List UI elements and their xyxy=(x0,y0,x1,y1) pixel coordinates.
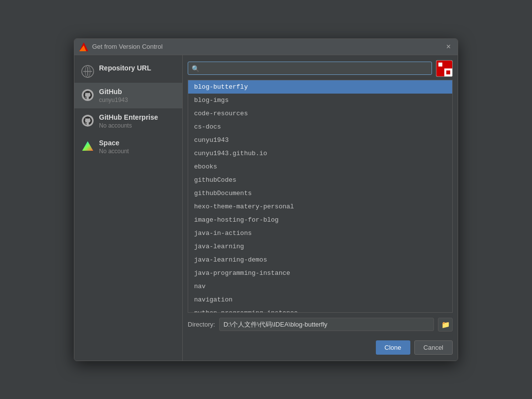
repository-url-icon xyxy=(81,65,94,78)
sidebar-repo-url-text: Repository URL xyxy=(99,64,151,72)
sidebar-github-text: GitHub cunyu1943 xyxy=(99,88,128,103)
search-input[interactable] xyxy=(188,62,432,75)
dialog-title: Get from Version Control xyxy=(92,43,163,50)
dialog-icon xyxy=(79,42,88,51)
svg-rect-14 xyxy=(436,68,444,76)
sidebar: Repository URL GitHub cunyu1943 xyxy=(74,55,183,361)
list-item[interactable]: blog-butterfly xyxy=(188,80,452,94)
list-item[interactable]: nav xyxy=(188,280,452,293)
sidebar-item-repository-url[interactable]: Repository URL xyxy=(74,59,182,83)
svg-rect-16 xyxy=(438,63,442,66)
close-button[interactable]: × xyxy=(444,42,453,52)
sidebar-space-sublabel: No account xyxy=(99,148,129,155)
sidebar-item-space[interactable]: Space No account xyxy=(74,134,182,160)
svg-rect-17 xyxy=(446,70,450,74)
list-item[interactable]: java-programming-instance xyxy=(188,266,452,280)
list-item[interactable]: navigation xyxy=(188,293,452,306)
list-item[interactable]: java-in-actions xyxy=(188,227,452,240)
directory-input[interactable] xyxy=(219,318,434,331)
list-item[interactable]: githubDocuments xyxy=(188,187,452,200)
dialog-body: Repository URL GitHub cunyu1943 xyxy=(74,55,458,361)
main-content: 🔍 blog-bu xyxy=(183,55,458,361)
search-icon: 🔍 xyxy=(192,65,200,72)
cancel-button[interactable]: Cancel xyxy=(414,340,453,355)
list-item[interactable]: githubCodes xyxy=(188,173,452,187)
folder-icon: 📁 xyxy=(441,321,450,329)
get-from-vcs-dialog: Get from Version Control × Repository UR… xyxy=(74,38,458,361)
sidebar-repo-url-label: Repository URL xyxy=(99,64,151,72)
directory-label: Directory: xyxy=(188,321,215,328)
avatar xyxy=(436,60,453,77)
sidebar-enterprise-text: GitHub Enterprise No accounts xyxy=(99,113,158,129)
browse-button[interactable]: 📁 xyxy=(438,318,453,332)
space-icon xyxy=(81,140,94,153)
directory-row: Directory: 📁 xyxy=(183,313,458,336)
avatar-image xyxy=(436,61,452,76)
list-item[interactable]: cunyu1943.github.io xyxy=(188,147,452,160)
search-input-wrapper: 🔍 xyxy=(188,62,432,75)
list-item[interactable]: java-learning xyxy=(188,240,452,253)
list-item[interactable]: java-learning-demos xyxy=(188,253,452,266)
list-item[interactable]: hexo-theme-matery-personal xyxy=(188,200,452,213)
sidebar-space-text: Space No account xyxy=(99,139,129,155)
title-bar: Get from Version Control × xyxy=(74,39,458,55)
button-row: Clone Cancel xyxy=(183,336,458,361)
sidebar-space-label: Space xyxy=(99,139,129,147)
clone-button[interactable]: Clone xyxy=(376,340,410,355)
sidebar-github-label: GitHub xyxy=(99,88,128,96)
list-item[interactable]: blog-imgs xyxy=(188,94,452,107)
list-item[interactable]: python-programming-instance xyxy=(188,306,452,313)
list-item[interactable]: cs-docs xyxy=(188,120,452,133)
list-item[interactable]: cunyu1943 xyxy=(188,133,452,147)
list-item[interactable]: ebooks xyxy=(188,160,452,173)
sidebar-enterprise-label: GitHub Enterprise xyxy=(99,113,158,121)
github-enterprise-icon xyxy=(81,114,94,127)
list-item[interactable]: image-hosting-for-blog xyxy=(188,213,452,227)
sidebar-enterprise-sublabel: No accounts xyxy=(99,122,158,129)
repo-list[interactable]: blog-butterflyblog-imgscode-resourcescs-… xyxy=(188,80,453,313)
svg-rect-13 xyxy=(444,61,452,68)
list-item[interactable]: code-resources xyxy=(188,107,452,120)
title-bar-left: Get from Version Control xyxy=(79,42,163,51)
sidebar-item-github-enterprise[interactable]: GitHub Enterprise No accounts xyxy=(74,108,182,134)
svg-marker-10 xyxy=(82,141,93,151)
sidebar-item-github[interactable]: GitHub cunyu1943 xyxy=(74,83,182,108)
github-icon xyxy=(81,89,94,101)
sidebar-github-sublabel: cunyu1943 xyxy=(99,97,128,103)
search-row: 🔍 xyxy=(183,55,458,80)
